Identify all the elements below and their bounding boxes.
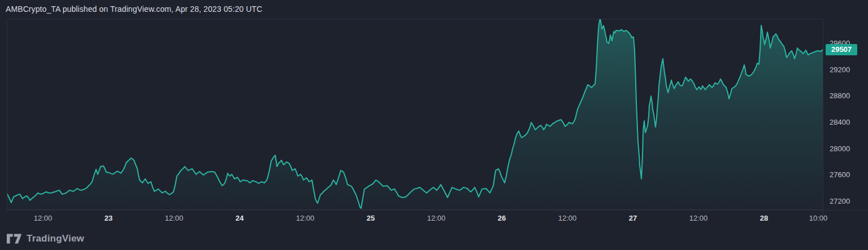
tradingview-chart-snapshot: { "header": { "title": "AMBCrypto_TA pub… [0, 0, 868, 250]
chart-attribution-title: AMBCrypto_TA published on TradingView.co… [6, 4, 262, 14]
time-axis-day-label: 24 [220, 214, 259, 223]
tradingview-logo-text: TradingView [27, 233, 84, 244]
price-axis-label: 27600 [830, 170, 850, 179]
price-axis-label: 28400 [830, 118, 850, 127]
price-axis-label: 28000 [830, 144, 850, 153]
price-axis-label: 28800 [830, 91, 850, 100]
time-axis-label: 12:00 [416, 214, 456, 223]
price-area-fill [7, 19, 823, 210]
price-axis-label: 27200 [830, 197, 850, 206]
time-axis-label: 12:00 [23, 214, 63, 223]
time-axis-day-label: 27 [613, 214, 653, 223]
price-axis-label: 29200 [830, 65, 850, 74]
time-axis[interactable]: 12:002312:002412:002512:002612:002712:00… [0, 210, 868, 228]
time-axis-day-label: 26 [482, 214, 522, 223]
price-axis[interactable]: 29507 2960029200288002840028000276002720… [823, 19, 868, 210]
time-axis-day-label: 23 [89, 214, 128, 223]
last-price-badge: 29507 [826, 44, 857, 55]
time-axis-label: 10:00 [798, 214, 838, 223]
time-axis-day-label: 25 [351, 214, 390, 223]
time-axis-day-label: 28 [744, 214, 784, 223]
time-axis-label: 12:00 [285, 214, 325, 223]
tradingview-logo-icon [7, 232, 22, 245]
time-axis-label: 12:00 [679, 214, 718, 223]
price-chart-svg[interactable] [7, 19, 823, 210]
tradingview-logo[interactable]: TradingView [7, 231, 84, 247]
time-axis-label: 12:00 [154, 214, 194, 223]
time-axis-label: 12:00 [548, 214, 587, 223]
